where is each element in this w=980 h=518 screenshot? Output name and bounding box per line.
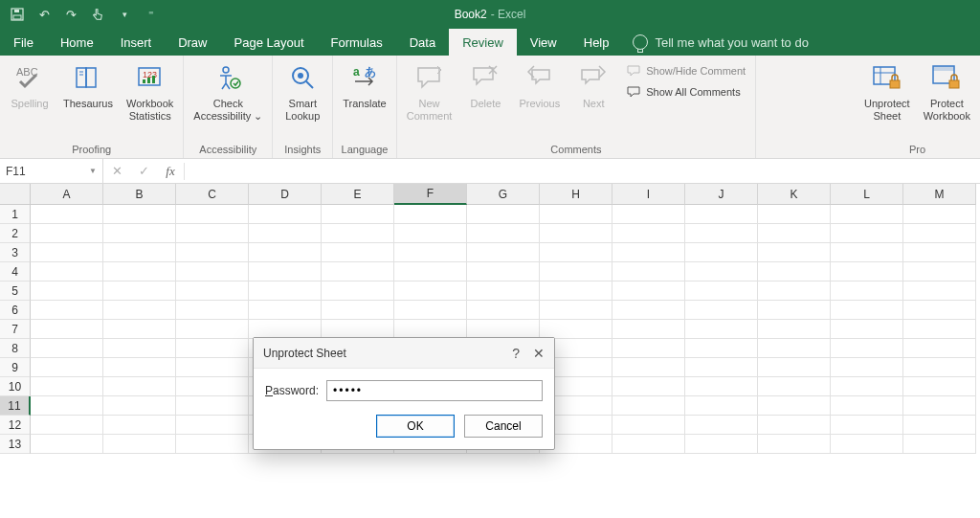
cell[interactable] [831, 396, 903, 416]
translate-button[interactable]: aあ Translate [339, 59, 390, 112]
cell[interactable] [249, 282, 322, 301]
cell[interactable] [394, 224, 467, 243]
cell[interactable] [540, 262, 612, 282]
cell[interactable] [612, 205, 685, 224]
smart-lookup-button[interactable]: Smart Lookup [278, 59, 326, 124]
tab-home[interactable]: Home [47, 29, 107, 56]
redo-icon[interactable]: ↷ [59, 3, 82, 26]
cell[interactable] [103, 301, 176, 320]
cell[interactable] [903, 396, 976, 416]
cell[interactable] [685, 301, 758, 320]
spelling-button[interactable]: ABC Spelling [6, 59, 54, 112]
cell[interactable] [758, 262, 831, 282]
cell[interactable] [903, 243, 976, 262]
row-header-9[interactable]: 9 [0, 358, 31, 377]
thesaurus-button[interactable]: Thesaurus [59, 59, 117, 112]
tab-data[interactable]: Data [396, 29, 449, 56]
cell[interactable] [31, 358, 103, 377]
cell[interactable] [249, 262, 322, 282]
cell[interactable] [831, 358, 903, 377]
cell[interactable] [31, 396, 103, 416]
cell[interactable] [31, 339, 103, 358]
cell[interactable] [612, 282, 685, 301]
cell[interactable] [831, 377, 903, 396]
cell[interactable] [103, 377, 176, 396]
cell[interactable] [540, 320, 612, 339]
cell[interactable] [612, 396, 685, 416]
cell[interactable] [467, 224, 540, 243]
cell[interactable] [103, 262, 176, 282]
cell[interactable] [394, 320, 467, 339]
cancel-formula-icon[interactable]: ✕ [103, 164, 130, 178]
cell[interactable] [685, 262, 758, 282]
cell[interactable] [31, 416, 103, 435]
cell[interactable] [903, 320, 976, 339]
show-hide-comment-button[interactable]: Show/Hide Comment [623, 61, 749, 80]
cell[interactable] [612, 224, 685, 243]
qat-overflow-icon[interactable]: ⁼ [140, 3, 163, 26]
cell[interactable] [903, 205, 976, 224]
cell[interactable] [103, 243, 176, 262]
cell[interactable] [903, 435, 976, 454]
column-header-C[interactable]: C [176, 184, 249, 205]
cell[interactable] [540, 282, 612, 301]
cell[interactable] [176, 339, 249, 358]
cell[interactable] [176, 301, 249, 320]
cell[interactable] [758, 416, 831, 435]
cell[interactable] [103, 358, 176, 377]
cell[interactable] [612, 262, 685, 282]
name-box[interactable]: F11 ▼ [0, 159, 103, 183]
cell[interactable] [31, 243, 103, 262]
cell[interactable] [831, 243, 903, 262]
cell[interactable] [31, 224, 103, 243]
cell[interactable] [249, 224, 322, 243]
cell[interactable] [540, 243, 612, 262]
dialog-help-icon[interactable]: ? [512, 346, 520, 361]
cell[interactable] [758, 205, 831, 224]
row-header-4[interactable]: 4 [0, 262, 31, 282]
cell[interactable] [31, 262, 103, 282]
insert-function-icon[interactable]: fx [157, 164, 184, 179]
cell[interactable] [176, 377, 249, 396]
cell[interactable] [467, 262, 540, 282]
row-header-11[interactable]: 11 [0, 396, 31, 416]
cell[interactable] [758, 224, 831, 243]
select-all-corner[interactable] [0, 184, 31, 205]
cell[interactable] [322, 243, 394, 262]
cell[interactable] [249, 243, 322, 262]
cell[interactable] [176, 282, 249, 301]
unprotect-sheet-button[interactable]: Unprotect Sheet [860, 59, 914, 124]
cell[interactable] [831, 301, 903, 320]
cell[interactable] [685, 416, 758, 435]
tab-view[interactable]: View [517, 29, 570, 56]
column-header-B[interactable]: B [103, 184, 176, 205]
cell[interactable] [685, 377, 758, 396]
next-comment-button[interactable]: Next [569, 59, 617, 112]
cell[interactable] [831, 320, 903, 339]
cell[interactable] [394, 282, 467, 301]
cancel-button[interactable]: Cancel [464, 415, 543, 438]
check-accessibility-button[interactable]: Check Accessibility ⌄ [189, 59, 266, 124]
ok-button[interactable]: OK [376, 415, 455, 438]
column-header-L[interactable]: L [831, 184, 903, 205]
cell[interactable] [31, 282, 103, 301]
cell[interactable] [322, 320, 394, 339]
cell[interactable] [612, 243, 685, 262]
cell[interactable] [103, 435, 176, 454]
cell[interactable] [322, 262, 394, 282]
qat-customize-icon[interactable]: ▾ [113, 3, 136, 26]
cell[interactable] [903, 262, 976, 282]
cell[interactable] [249, 205, 322, 224]
cell[interactable] [467, 282, 540, 301]
cell[interactable] [612, 301, 685, 320]
column-header-G[interactable]: G [467, 184, 540, 205]
cell[interactable] [831, 339, 903, 358]
new-comment-button[interactable]: New Comment [403, 59, 457, 124]
cell[interactable] [903, 224, 976, 243]
cell[interactable] [467, 205, 540, 224]
tell-me-search[interactable]: Tell me what you want to do [623, 29, 818, 56]
cell[interactable] [176, 243, 249, 262]
cell[interactable] [394, 301, 467, 320]
row-header-8[interactable]: 8 [0, 339, 31, 358]
column-header-H[interactable]: H [540, 184, 612, 205]
